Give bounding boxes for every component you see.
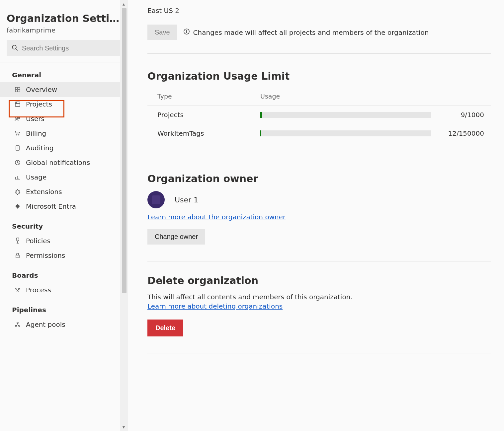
usage-table: Type Usage Projects9/1000WorkItemTags12/… — [147, 89, 491, 143]
nav-item-users[interactable]: Users — [0, 111, 127, 126]
nav-item-label: Agent pools — [26, 321, 65, 328]
nav-item-label: Process — [26, 286, 51, 294]
info-icon — [183, 28, 190, 36]
save-note: Changes made will affect all projects an… — [193, 29, 429, 36]
process-icon — [14, 287, 21, 293]
search-settings-box[interactable] — [7, 40, 121, 56]
sidebar: Organization Settin… fabrikamprime Gener… — [0, 0, 127, 431]
nav-item-permissions[interactable]: Permissions — [0, 248, 127, 263]
save-button[interactable]: Save — [147, 25, 177, 40]
delete-subtext: This will affect all contents and member… — [147, 293, 491, 301]
usage-row-type: Projects — [147, 106, 250, 124]
section-delete-title: Delete organization — [147, 275, 491, 286]
usage-bar-fill — [260, 112, 262, 118]
sidebar-title: Organization Settin… — [0, 0, 127, 24]
divider — [147, 156, 491, 156]
policies-icon — [14, 238, 21, 244]
owner-name: User 1 — [175, 196, 198, 204]
usage-bar — [260, 130, 431, 136]
nav-item-label: Permissions — [26, 251, 65, 259]
nav-item-label: Billing — [26, 129, 46, 137]
section-usage-title: Organization Usage Limit — [147, 70, 491, 82]
nav-item-label: Projects — [26, 100, 52, 108]
scroll-up-icon[interactable]: ▴ — [123, 0, 125, 8]
search-icon — [11, 44, 18, 52]
region-value: East US 2 — [147, 7, 491, 15]
nav-item-microsoft-entra[interactable]: Microsoft Entra — [0, 199, 127, 214]
usage-row-bar-cell — [250, 124, 438, 143]
divider — [147, 353, 491, 353]
nav-item-auditing[interactable]: Auditing — [0, 141, 127, 155]
usage-bar — [260, 112, 431, 118]
nav-item-billing[interactable]: Billing — [0, 126, 127, 141]
billing-icon — [14, 130, 21, 137]
change-owner-button[interactable]: Change owner — [147, 229, 205, 245]
section-owner-title: Organization owner — [147, 173, 491, 184]
nav-item-global-notifications[interactable]: Global notifications — [0, 155, 127, 170]
users-icon — [14, 115, 21, 122]
nav-item-label: Microsoft Entra — [26, 202, 76, 210]
usage-header-type: Type — [147, 89, 250, 106]
nav-group-general: General — [0, 62, 127, 82]
permissions-icon — [14, 252, 21, 259]
nav-group-pipelines: Pipelines — [0, 297, 127, 317]
nav-item-extensions[interactable]: Extensions — [0, 184, 127, 199]
nav-item-label: Overview — [26, 86, 57, 94]
usage-icon — [14, 174, 21, 180]
extensions-icon — [14, 188, 21, 195]
nav-item-policies[interactable]: Policies — [0, 234, 127, 248]
usage-header-usage: Usage — [250, 89, 438, 106]
agentpools-icon — [14, 321, 21, 328]
nav-item-projects[interactable]: Projects — [0, 97, 127, 111]
nav-item-process[interactable]: Process — [0, 283, 127, 297]
nav-item-label: Users — [26, 115, 44, 123]
sidebar-org-name: fabrikamprime — [0, 24, 127, 40]
nav-item-usage[interactable]: Usage — [0, 170, 127, 184]
usage-bar-fill — [260, 130, 261, 136]
scrollbar-thumb[interactable] — [122, 8, 126, 293]
divider — [147, 261, 491, 261]
delete-button[interactable]: Delete — [147, 320, 183, 336]
nav-item-overview[interactable]: Overview — [0, 82, 127, 97]
nav-item-label: Policies — [26, 237, 50, 245]
search-settings-input[interactable] — [21, 44, 116, 52]
owner-avatar — [147, 191, 165, 208]
owner-learn-more-link[interactable]: Learn more about the organization owner — [147, 213, 286, 221]
nav-group-security: Security — [0, 214, 127, 234]
usage-row: Projects9/1000 — [147, 106, 491, 124]
usage-row: WorkItemTags12/150000 — [147, 124, 491, 143]
entra-icon — [14, 203, 21, 210]
usage-row-bar-cell — [250, 106, 438, 124]
overview-icon — [14, 86, 21, 93]
delete-learn-more-link[interactable]: Learn more about deleting organizations — [147, 302, 283, 310]
usage-row-value: 12/150000 — [438, 124, 491, 143]
nav-item-label: Extensions — [26, 188, 62, 196]
nav-item-agent-pools[interactable]: Agent pools — [0, 317, 127, 332]
main-content: East US 2 Save Changes made will affect … — [127, 0, 504, 431]
nav-item-label: Usage — [26, 173, 46, 181]
usage-row-value: 9/1000 — [438, 106, 491, 124]
auditing-icon — [14, 145, 21, 151]
nav-group-boards: Boards — [0, 263, 127, 283]
scroll-down-icon[interactable]: ▾ — [123, 423, 125, 431]
nav-item-label: Auditing — [26, 144, 53, 152]
notifications-icon — [14, 159, 21, 166]
usage-row-type: WorkItemTags — [147, 124, 250, 143]
divider — [147, 53, 491, 54]
nav-item-label: Global notifications — [26, 159, 90, 167]
projects-icon — [14, 101, 21, 108]
sidebar-scrollbar[interactable]: ▴ ▾ — [120, 0, 127, 431]
